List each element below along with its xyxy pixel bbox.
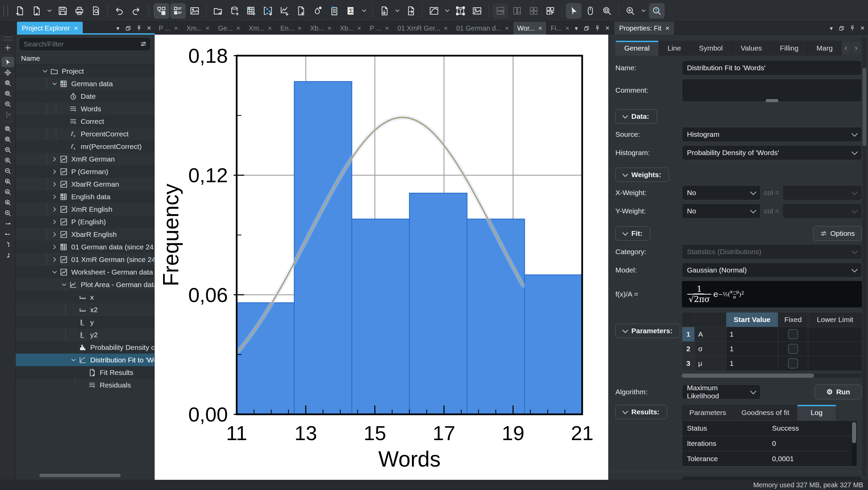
row-header[interactable]: 1: [682, 327, 694, 341]
horizontal-scrollbar[interactable]: [39, 474, 155, 477]
zoom-in-y-button[interactable]: [1, 197, 14, 208]
horizontal-layout-button[interactable]: [509, 3, 525, 19]
tree-item-x2-axis[interactable]: x2: [16, 303, 154, 316]
close-icon[interactable]: ×: [74, 24, 78, 32]
tree-item-date[interactable]: Date: [16, 90, 154, 102]
close-icon[interactable]: ×: [444, 24, 448, 32]
results-tab-log[interactable]: Log: [797, 405, 836, 420]
results-section-toggle[interactable]: Results:: [615, 405, 667, 419]
doc-tab[interactable]: En...×: [276, 22, 306, 35]
close-icon[interactable]: ×: [268, 24, 272, 32]
results-tab-parameters[interactable]: Parameters: [682, 405, 734, 420]
zoom-out-y-button[interactable]: [1, 208, 14, 218]
new-folder-button[interactable]: [210, 3, 226, 19]
resize-grip[interactable]: [766, 99, 778, 102]
float-icon[interactable]: [125, 25, 131, 31]
tree-item-y-axis[interactable]: y: [16, 316, 154, 328]
doc-tab[interactable]: Xm...×: [182, 22, 214, 35]
chevron-right-icon[interactable]: [51, 181, 58, 188]
col-header-start-value[interactable]: Start Value: [726, 313, 778, 327]
tab-values[interactable]: Values: [732, 41, 771, 56]
tree-item-distribution-fit[interactable]: Distribution Fit to 'Words': [16, 354, 154, 366]
close-dock-icon[interactable]: ×: [860, 24, 865, 32]
doc-tab[interactable]: Xm...×: [244, 22, 276, 35]
plot-range-dropdown[interactable]: 1 : x = 11 .. 21, y = 0 .. 0,18: [682, 476, 862, 480]
close-icon[interactable]: ×: [236, 24, 240, 32]
navigate-mode-button[interactable]: [583, 3, 598, 19]
tree-item-german-data[interactable]: German data: [16, 77, 154, 90]
chevron-down-icon[interactable]: [70, 356, 77, 364]
crosshair-tool-button[interactable]: [1, 67, 14, 78]
tree-item-mr-percentcorrect[interactable]: fxmr(PercentCorrect): [16, 140, 154, 153]
tree-item-words[interactable]: Words: [16, 102, 154, 115]
comment-input[interactable]: [682, 79, 862, 102]
fixed-checkbox[interactable]: [788, 358, 798, 369]
tab-line[interactable]: Line: [659, 41, 690, 56]
redo-button[interactable]: [128, 3, 144, 19]
row-header[interactable]: 3: [682, 356, 694, 371]
tree-item-percentcorrect[interactable]: fxPercentCorrect: [16, 128, 154, 140]
close-icon[interactable]: ×: [505, 24, 509, 32]
zoom-fit-button[interactable]: [649, 3, 665, 19]
doc-tab[interactable]: Fi...×: [547, 22, 574, 35]
fixed-checkbox[interactable]: [788, 329, 798, 339]
shift-down-button[interactable]: [1, 250, 14, 260]
filter-settings-icon[interactable]: [140, 40, 147, 48]
chevron-right-icon[interactable]: [51, 193, 58, 201]
zoom-out-button[interactable]: [1, 166, 14, 176]
doc-tab[interactable]: Ge...×: [214, 22, 244, 35]
cursor-tool-button[interactable]: [1, 109, 14, 120]
add-button[interactable]: [1, 42, 14, 53]
model-dropdown[interactable]: Gaussian (Normal): [682, 263, 862, 278]
col-header-lower-limit[interactable]: Lower Limit: [808, 313, 862, 327]
add-text-button[interactable]: [453, 3, 468, 19]
weights-section-toggle[interactable]: Weights:: [615, 168, 669, 182]
float-icon[interactable]: [839, 25, 845, 31]
scrollbar-thumb[interactable]: [863, 68, 866, 146]
tree-item-plot-area[interactable]: Plot Area - German data: [16, 278, 154, 291]
open-project-button[interactable]: [28, 3, 44, 19]
chevron-down-icon[interactable]: [51, 80, 58, 88]
select-tool-button[interactable]: [1, 57, 14, 67]
vertical-layout-button[interactable]: [493, 3, 508, 19]
scrollbar-thumb[interactable]: [852, 422, 856, 443]
fixed-checkbox[interactable]: [788, 344, 798, 354]
new-spreadsheet-button[interactable]: [243, 3, 259, 19]
new-plot-dropdown[interactable]: [443, 3, 452, 19]
add-image-button[interactable]: [469, 3, 485, 19]
zoom-y-select-button[interactable]: [1, 99, 14, 109]
scrollbar-thumb[interactable]: [39, 474, 121, 477]
toolbar-drag-handle[interactable]: [3, 5, 8, 17]
tab-list-dropdown-icon[interactable]: ▼: [115, 25, 120, 31]
start-value-cell[interactable]: 1: [726, 342, 778, 356]
source-dropdown[interactable]: Histogram: [682, 127, 862, 142]
run-button[interactable]: ⚙Run: [814, 384, 862, 399]
select-mode-button[interactable]: [566, 3, 581, 19]
tree-item-p-german[interactable]: P (German): [16, 165, 154, 178]
tab-list-dropdown-icon[interactable]: ▼: [829, 25, 834, 31]
import-dropdown[interactable]: [393, 3, 402, 19]
chevron-right-icon[interactable]: [51, 256, 58, 263]
new-project-button[interactable]: [12, 3, 27, 19]
toggle-project-explorer-button[interactable]: [154, 3, 169, 19]
options-button[interactable]: Options: [813, 226, 862, 241]
tree-column-header[interactable]: Name: [16, 52, 154, 65]
x-weight-column-dropdown[interactable]: [783, 185, 862, 200]
new-note-button[interactable]: [293, 3, 309, 19]
close-icon[interactable]: ×: [538, 24, 542, 32]
chevron-right-icon[interactable]: [51, 206, 58, 213]
pin-icon[interactable]: [849, 25, 855, 31]
tree-item-xbarr-english[interactable]: XbarR English: [16, 228, 154, 241]
lower-limit-cell[interactable]: [808, 342, 862, 356]
search-input[interactable]: [23, 40, 140, 49]
close-icon[interactable]: ×: [565, 24, 569, 32]
tree-item-p-english[interactable]: P (English): [16, 215, 154, 228]
zoom-select-button[interactable]: [1, 124, 14, 134]
zoom-dropdown[interactable]: [639, 3, 648, 19]
tree-item-xbarr-german[interactable]: XbarR German: [16, 178, 154, 190]
tree-item-english-data[interactable]: English data: [16, 190, 154, 203]
y-weight-dropdown[interactable]: No: [682, 204, 761, 219]
doc-tab[interactable]: P ...×: [366, 22, 393, 35]
new-formula-button[interactable]: Σ: [343, 3, 359, 19]
tab-project-explorer[interactable]: Project Explorer ×: [17, 22, 83, 35]
